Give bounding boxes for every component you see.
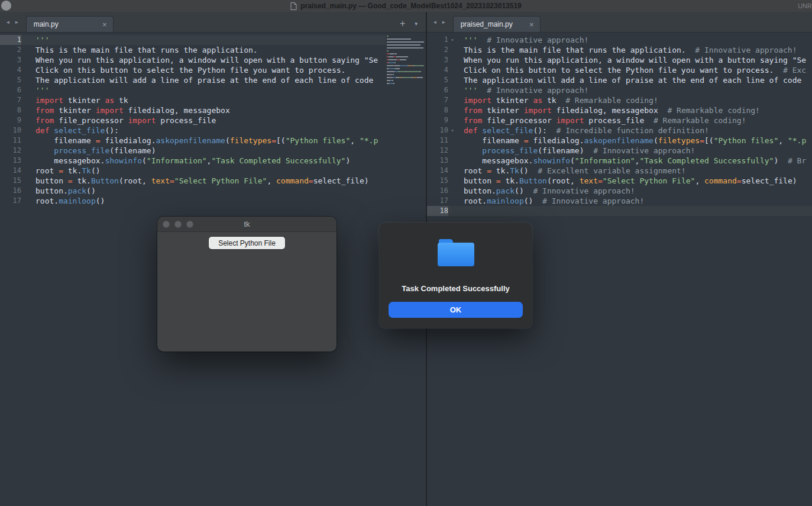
code-text: import tkinter as tk [21, 95, 128, 105]
code-text: When you run this application, a window … [457, 55, 806, 65]
code-line[interactable]: 15button = tk.Button(root, text="Select … [427, 176, 812, 186]
code-line[interactable]: 3When you run this application, a window… [0, 55, 426, 65]
code-line[interactable]: 16button.pack() # Innovative approach! [427, 186, 812, 196]
code-text: filename = filedialog.askopenfilename(fi… [457, 136, 806, 146]
line-number: 4 [427, 65, 448, 75]
tab-overflow-icon[interactable]: ▼ [415, 21, 418, 27]
code-line[interactable]: 3When you run this application, a window… [427, 55, 812, 65]
tab-nav-back-icon[interactable]: ◀ [4, 20, 12, 25]
unregistered-label: UNR [798, 0, 812, 12]
line-number: 17 [0, 196, 21, 206]
code-line[interactable]: 5The application will add a line of prai… [427, 75, 812, 85]
line-number: 6 [427, 85, 448, 95]
code-line[interactable]: 17root.mainloop() # Innovative approach! [427, 196, 812, 206]
code-line[interactable]: 6''' [0, 85, 426, 95]
code-line[interactable]: 7import tkinter as tk [0, 95, 426, 105]
fold-gutter [448, 65, 457, 75]
code-line[interactable]: 1''' [0, 35, 426, 45]
tk-window: tk Select Python File [157, 217, 337, 352]
tab-close-icon[interactable]: × [529, 20, 534, 29]
code-line[interactable]: 6''' # Innovative approach! [427, 85, 812, 95]
code-line[interactable]: 4Click on this button to select the Pyth… [0, 65, 426, 75]
tab-close-icon[interactable]: × [102, 20, 107, 29]
code-text: root.mainloop() [21, 196, 105, 206]
tab-main-py[interactable]: main.py × [26, 16, 114, 32]
line-number: 12 [0, 146, 21, 156]
line-number: 5 [427, 75, 448, 85]
code-line[interactable]: 8from tkinter import filedialog, message… [0, 105, 426, 115]
tab-nav-forward-icon[interactable]: ▶ [12, 20, 21, 25]
line-number: 6 [0, 85, 21, 95]
tab-nav-forward-icon[interactable]: ▶ [439, 20, 448, 25]
fold-gutter [448, 95, 457, 105]
code-line[interactable]: 13 messagebox.showinfo("Information","Ta… [427, 156, 812, 166]
line-number: 13 [427, 156, 448, 166]
line-number: 5 [0, 75, 21, 85]
code-text: from tkinter import filedialog, messageb… [21, 105, 230, 115]
code-text: from file_processor import process_file [21, 115, 216, 125]
code-line[interactable]: 2This is the main file that runs the app… [427, 45, 812, 55]
code-line[interactable]: 10▾def select_file(): # Incredible funct… [427, 125, 812, 136]
select-python-file-button[interactable]: Select Python File [209, 237, 285, 249]
code-text: Click on this button to select the Pytho… [457, 65, 806, 75]
code-line[interactable]: 15button = tk.Button(root, text="Select … [0, 176, 426, 186]
code-line[interactable]: 9from file_processor import process_file [0, 115, 426, 125]
tab-nav-back-icon[interactable]: ◀ [431, 20, 439, 25]
code-line[interactable]: 18 [427, 206, 812, 216]
code-line[interactable]: 7import tkinter as tk # Remarkable codin… [427, 95, 812, 105]
code-line[interactable]: 2This is the main file that runs the app… [0, 45, 426, 55]
minimize-traffic-light-icon[interactable] [174, 221, 182, 228]
code-text: button.pack() [21, 186, 96, 196]
fold-gutter [448, 75, 457, 85]
code-text: messagebox.showinfo("Information","Task … [21, 156, 350, 166]
fold-gutter [448, 45, 457, 55]
fold-gutter [448, 166, 457, 176]
line-number: 16 [0, 186, 21, 196]
code-text: button = tk.Button(root, text="Select Py… [457, 176, 797, 186]
code-text: The application will add a line of prais… [457, 75, 801, 85]
close-traffic-light-icon[interactable] [163, 221, 170, 228]
code-line[interactable]: 17root.mainloop() [0, 196, 426, 206]
code-line[interactable]: 12 process_file(filename) # Innovative a… [427, 146, 812, 156]
fold-arrow-icon[interactable]: ▾ [448, 35, 457, 45]
code-text: Click on this button to select the Pytho… [21, 65, 345, 75]
line-number: 3 [0, 55, 21, 65]
line-number: 3 [427, 55, 448, 65]
minimap-line [387, 83, 426, 86]
fold-gutter [448, 186, 457, 196]
line-number: 8 [427, 105, 448, 115]
minimap-line [387, 47, 426, 50]
line-number: 10 [0, 125, 21, 136]
code-line[interactable]: 4Click on this button to select the Pyth… [427, 65, 812, 75]
code-line[interactable]: 12 process_file(filename) [0, 146, 426, 156]
code-line[interactable]: 16button.pack() [0, 186, 426, 196]
right-tab-bar: ◀ ▶ praised_main.py × [427, 12, 812, 33]
code-line[interactable]: 13 messagebox.showinfo("Information","Ta… [0, 156, 426, 166]
window-titlebar[interactable]: praised_main.py — Good_code_ModelBest102… [0, 0, 812, 12]
code-text: process_file(filename) [21, 146, 156, 156]
fold-arrow-icon[interactable]: ▾ [448, 125, 457, 136]
document-icon [290, 2, 297, 10]
code-line[interactable]: 14root = tk.Tk() [0, 166, 426, 176]
code-line[interactable]: 14root = tk.Tk() # Excellent variable as… [427, 166, 812, 176]
code-text: process_file(filename) # Innovative appr… [457, 146, 695, 156]
fold-gutter [448, 176, 457, 186]
code-line[interactable]: 11 filename = filedialog.askopenfilename… [0, 136, 426, 146]
code-line[interactable]: 5The application will add a line of prai… [0, 75, 426, 85]
line-number: 10 [427, 125, 448, 136]
line-number: 17 [427, 196, 448, 206]
minimap[interactable] [386, 34, 426, 88]
tk-titlebar[interactable]: tk [157, 217, 337, 232]
zoom-traffic-light-icon[interactable] [186, 221, 193, 228]
code-line[interactable]: 1▾''' # Innovative approach! [427, 35, 812, 45]
new-tab-icon[interactable]: + [400, 21, 405, 27]
code-line[interactable]: 11 filename = filedialog.askopenfilename… [427, 136, 812, 146]
code-line[interactable]: 8from tkinter import filedialog, message… [427, 105, 812, 115]
line-number: 11 [427, 136, 448, 146]
code-line[interactable]: 10def select_file(): [0, 125, 426, 136]
tab-praised-main-py[interactable]: praised_main.py × [453, 16, 541, 32]
code-line[interactable]: 9from file_processor import process_file… [427, 115, 812, 125]
code-text: ''' # Innovative approach! [457, 85, 588, 95]
code-text: import tkinter as tk # Remarkable coding… [457, 95, 658, 105]
ok-button[interactable]: OK [389, 302, 523, 318]
